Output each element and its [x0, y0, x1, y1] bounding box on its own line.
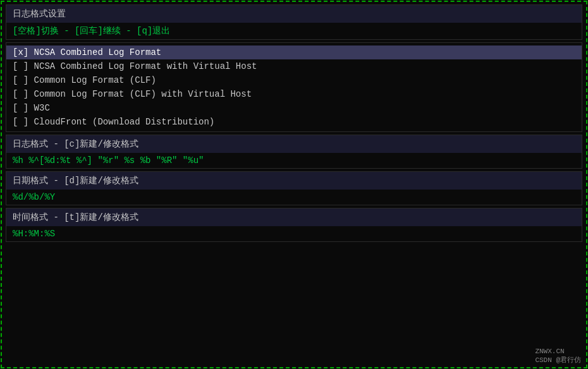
log-format-value: %h %^[%d:%t %^] "%r" %s %b "%R" "%u" [6, 153, 582, 168]
date-format-header: 日期格式 - [d]新建/修改格式 [6, 172, 582, 190]
list-item[interactable]: [ ] CloudFront (Download Distribution) [6, 115, 582, 129]
page-title: 日志格式设置 [6, 5, 582, 23]
main-container: 日志格式设置 [空格]切换 - [回车]继续 - [q]退出 [x] NCSA … [1, 1, 587, 368]
list-item[interactable]: [ ] NCSA Combined Log Format with Virtua… [6, 59, 582, 73]
format-list: [x] NCSA Combined Log Format [ ] NCSA Co… [6, 43, 582, 131]
format-selection-section: [x] NCSA Combined Log Format [ ] NCSA Co… [6, 42, 582, 132]
date-format-section: 日期格式 - [d]新建/修改格式 %d/%b/%Y [6, 171, 582, 205]
list-item[interactable]: [x] NCSA Combined Log Format [6, 45, 582, 59]
time-format-section: 时间格式 - [t]新建/修改格式 %H:%M:%S [6, 208, 582, 242]
date-format-value: %d/%b/%Y [6, 190, 582, 205]
title-section: 日志格式设置 [空格]切换 - [回车]继续 - [q]退出 [6, 4, 582, 40]
log-format-header: 日志格式 - [c]新建/修改格式 [6, 135, 582, 153]
watermark: ZNWX.CNCSDN @君行仿 [535, 348, 581, 365]
list-item[interactable]: [ ] Common Log Format (CLF) [6, 73, 582, 87]
list-item[interactable]: [ ] W3C [6, 101, 582, 115]
hint-text: [空格]切换 - [回车]继续 - [q]退出 [6, 23, 582, 39]
list-item[interactable]: [ ] Common Log Format (CLF) with Virtual… [6, 87, 582, 101]
time-format-header: 时间格式 - [t]新建/修改格式 [6, 209, 582, 226]
time-format-value: %H:%M:%S [6, 226, 582, 241]
log-format-section: 日志格式 - [c]新建/修改格式 %h %^[%d:%t %^] "%r" %… [6, 135, 582, 169]
